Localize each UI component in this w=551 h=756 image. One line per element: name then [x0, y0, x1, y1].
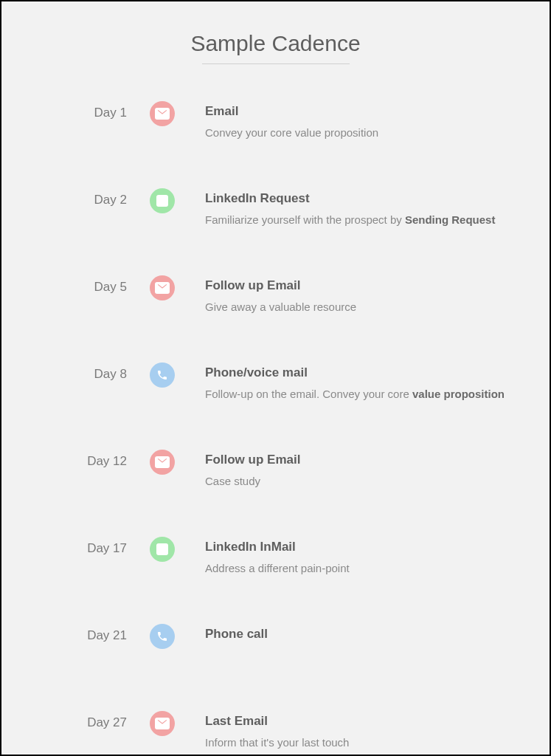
step-content: Email Convey your core value proposition — [176, 101, 520, 140]
phone-icon — [150, 624, 175, 649]
marker-column — [149, 711, 176, 736]
page-title: Sample Cadence — [31, 31, 520, 56]
day-label: Day 27 — [31, 711, 149, 730]
step-heading: LinkedIn Request — [205, 191, 520, 206]
timeline-step: Day 17 LinkedIn InMail Address a differe… — [31, 537, 520, 624]
step-heading: Email — [205, 104, 520, 119]
step-description: Follow-up on the email. Convey your core… — [205, 386, 520, 402]
timeline-step: Day 27 Last Email Inform that it's your … — [31, 711, 520, 755]
marker-column — [149, 275, 176, 298]
email-icon — [150, 101, 175, 126]
step-content: Phone call — [176, 624, 520, 647]
email-icon — [150, 275, 175, 300]
day-label: Day 2 — [31, 188, 149, 207]
marker-column — [149, 450, 176, 472]
day-label: Day 8 — [31, 362, 149, 382]
marker-column — [149, 188, 176, 210]
step-description: Give away a valuable resource — [205, 299, 520, 315]
svg-rect-2 — [158, 548, 160, 554]
timeline-step: Day 2 LinkedIn Request Familiarize yours… — [31, 188, 520, 275]
step-description: Convey your core value proposition — [205, 125, 520, 140]
step-description: Inform that it's your last touch — [205, 735, 520, 750]
step-content: Phone/voice mail Follow-up on the email.… — [176, 362, 520, 402]
email-icon — [150, 450, 175, 475]
step-heading: Phone call — [205, 627, 520, 642]
day-label: Day 12 — [31, 450, 149, 469]
timeline-step: Day 21 Phone call — [31, 624, 520, 711]
svg-rect-0 — [158, 199, 160, 205]
step-content: Follow up Email Give away a valuable res… — [176, 275, 520, 315]
timeline-step: Day 5 Follow up Email Give away a valuab… — [31, 275, 520, 362]
day-label: Day 17 — [31, 537, 149, 556]
svg-point-3 — [158, 545, 160, 547]
day-label: Day 1 — [31, 101, 149, 120]
title-divider — [202, 63, 350, 64]
step-content: LinkedIn Request Familiarize yourself wi… — [176, 188, 520, 227]
step-heading: Follow up Email — [205, 453, 520, 467]
step-heading: LinkedIn InMail — [205, 540, 520, 554]
marker-column — [149, 362, 176, 385]
svg-point-1 — [158, 196, 160, 199]
timeline-step: Day 12 Follow up Email Case study — [31, 450, 520, 537]
timeline-step: Day 1 Email Convey your core value propo… — [31, 101, 520, 188]
marker-column — [149, 101, 176, 123]
step-heading: Phone/voice mail — [205, 365, 520, 380]
linkedin-icon — [150, 188, 175, 213]
step-content: Follow up Email Case study — [176, 450, 520, 489]
step-content: Last Email Inform that it's your last to… — [176, 711, 520, 750]
phone-icon — [150, 362, 175, 388]
marker-column — [149, 537, 176, 559]
timeline-step: Day 8 Phone/voice mail Follow-up on the … — [31, 362, 520, 450]
day-label: Day 21 — [31, 624, 149, 643]
step-heading: Last Email — [205, 714, 520, 729]
marker-column — [149, 624, 176, 646]
step-description: Familiarize yourself with the prospect b… — [205, 212, 520, 227]
cadence-timeline: Day 1 Email Convey your core value propo… — [31, 101, 520, 755]
step-content: LinkedIn InMail Address a different pain… — [176, 537, 520, 576]
email-icon — [150, 711, 175, 736]
step-heading: Follow up Email — [205, 278, 520, 293]
linkedin-icon — [150, 537, 175, 562]
step-description: Case study — [205, 473, 520, 489]
day-label: Day 5 — [31, 275, 149, 295]
step-description: Address a different pain-point — [205, 560, 520, 576]
